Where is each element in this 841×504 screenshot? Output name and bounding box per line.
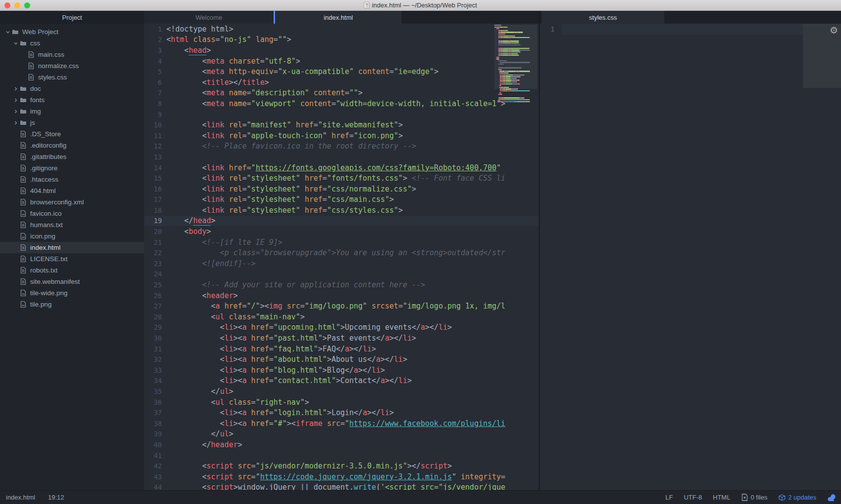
tree-view-sidebar[interactable]: Web Projectcssmain.cssnormalize.cssstyle… bbox=[0, 24, 144, 490]
chevron-right-icon[interactable] bbox=[12, 98, 20, 102]
tree-item--htaccess[interactable]: .htaccess bbox=[0, 174, 144, 185]
code-line-21[interactable]: 21 <!--[if lte IE 9]> bbox=[144, 237, 539, 248]
status-cursor-position[interactable]: 19:12 bbox=[48, 494, 64, 501]
code-line-35[interactable]: 35 </ul> bbox=[144, 386, 539, 397]
code-line-16[interactable]: 16 <link rel="stylesheet" href="css/norm… bbox=[144, 184, 539, 194]
tree-item-404-html[interactable]: 404.html bbox=[0, 185, 144, 196]
code-line-12[interactable]: 12 <!-- Place favicon.ico in the root di… bbox=[144, 141, 539, 152]
code-line-7[interactable]: 7 <meta name="description" content=""> bbox=[144, 88, 539, 99]
code-line-2[interactable]: 2<html class="no-js" lang=""> bbox=[144, 35, 539, 45]
code-line-44[interactable]: 44 <script>window.jQuery || document.wri… bbox=[144, 482, 539, 490]
line-number: 11 bbox=[144, 132, 162, 140]
code-line-14[interactable]: 14 <link href="https://fonts.googleapis.… bbox=[144, 162, 539, 173]
line-number: 16 bbox=[144, 185, 162, 193]
code-line-8[interactable]: 8 <meta name="viewport" content="width=d… bbox=[144, 98, 539, 109]
tree-item-tile-wide-png[interactable]: tile-wide.png bbox=[0, 287, 144, 299]
code-line-43[interactable]: 43 <script src="https://code.jquery.com/… bbox=[144, 471, 539, 482]
minimap-visible-region[interactable] bbox=[494, 25, 537, 89]
status-encoding[interactable]: UTF-8 bbox=[684, 494, 702, 501]
code-line-30[interactable]: 30 <li><a href="past.html">Past events</… bbox=[144, 333, 539, 344]
code-line-19[interactable]: 19 </head> bbox=[144, 216, 539, 227]
tree-item-tile-png[interactable]: tile.png bbox=[0, 299, 144, 310]
chevron-right-icon[interactable] bbox=[12, 121, 20, 125]
code-line-36[interactable]: 36 <ul class="right-nav"> bbox=[144, 397, 539, 408]
code-line-11[interactable]: 11 <link rel="apple-touch-icon" href="ic… bbox=[144, 130, 539, 141]
code-line-34[interactable]: 34 <li><a href="contact.html">Contact</a… bbox=[144, 376, 539, 387]
code-line-25[interactable]: 25 <!-- Add your site or application con… bbox=[144, 279, 539, 290]
tree-item-web-project[interactable]: Web Project bbox=[0, 26, 144, 38]
deprecation-cop-squirrel-icon[interactable] bbox=[827, 494, 836, 502]
status-line-ending[interactable]: LF bbox=[666, 494, 673, 501]
editor-index-html[interactable]: 1<!doctype html>2<html class="no-js" lan… bbox=[144, 24, 539, 490]
code-line-41[interactable]: 41 bbox=[144, 450, 539, 461]
code-line-40[interactable]: 40 </header> bbox=[144, 439, 539, 450]
minimize-window-button[interactable] bbox=[14, 2, 20, 8]
code-line-10[interactable]: 10 <link rel="manifest" href="site.webma… bbox=[144, 119, 539, 130]
tree-item-icon-png[interactable]: icon.png bbox=[0, 231, 144, 242]
editor-styles-css[interactable]: 1 ⚙ bbox=[540, 24, 841, 490]
tree-item-index-html[interactable]: index.html bbox=[0, 242, 144, 253]
code-line-39[interactable]: 39 </ul> bbox=[144, 429, 539, 440]
tree-item-fonts[interactable]: fonts bbox=[0, 94, 144, 106]
tree-item-main-css[interactable]: main.css bbox=[0, 49, 144, 60]
tree-item-site-webmanifest[interactable]: site.webmanifest bbox=[0, 276, 144, 287]
code-line-23[interactable]: 23 <![endif]--> bbox=[144, 258, 539, 269]
code-line-20[interactable]: 20 <body> bbox=[144, 226, 539, 237]
code-line-27[interactable]: 27 <a href="/"><img src="img/logo.png" s… bbox=[144, 301, 539, 311]
status-filename[interactable]: index.html bbox=[6, 494, 35, 501]
tree-item-normalize-css[interactable]: normalize.css bbox=[0, 60, 144, 72]
chevron-down-icon[interactable] bbox=[12, 41, 20, 45]
tree-item-img[interactable]: img bbox=[0, 106, 144, 117]
code-line-38[interactable]: 38 <li><a href="#"><iframe src="https://… bbox=[144, 418, 539, 429]
code-line-32[interactable]: 32 <li><a href="about.html">About us</a>… bbox=[144, 354, 539, 365]
code-line-15[interactable]: 15 <link rel="stylesheet" href="fonts/fo… bbox=[144, 173, 539, 184]
code-line-22[interactable]: 22 <p class="browserupgrade">You are usi… bbox=[144, 247, 539, 258]
code-line-1[interactable]: 1<!doctype html> bbox=[144, 24, 539, 35]
code-line-18[interactable]: 18 <link rel="stylesheet" href="css/styl… bbox=[144, 205, 539, 216]
code-line-31[interactable]: 31 <li><a href="faq.html">FAQ</a></li> bbox=[144, 344, 539, 354]
zoom-window-button[interactable] bbox=[24, 2, 30, 8]
code-line-26[interactable]: 26 <header> bbox=[144, 290, 539, 301]
tab-index-html[interactable]: index.html bbox=[275, 11, 401, 24]
code-line-6[interactable]: 6 <title></title> bbox=[144, 77, 539, 88]
chevron-down-icon[interactable] bbox=[4, 30, 12, 34]
tree-item--gitattributes[interactable]: .gitattributes bbox=[0, 151, 144, 162]
close-window-button[interactable] bbox=[4, 2, 10, 8]
image-file-icon bbox=[20, 301, 27, 308]
tree-item-humans-txt[interactable]: humans.txt bbox=[0, 219, 144, 231]
tree-item--gitignore[interactable]: .gitignore bbox=[0, 162, 144, 174]
right-pane-cursor-line[interactable] bbox=[561, 24, 803, 35]
code-line-24[interactable]: 24 bbox=[144, 269, 539, 280]
tab-welcome[interactable]: Welcome bbox=[144, 11, 274, 24]
tree-item--editorconfig[interactable]: .editorconfig bbox=[0, 140, 144, 151]
chevron-right-icon[interactable] bbox=[12, 110, 20, 114]
tree-item-js[interactable]: js bbox=[0, 117, 144, 128]
code-line-37[interactable]: 37 <li><a href="login.html">Login</a></l… bbox=[144, 407, 539, 418]
chevron-right-icon[interactable] bbox=[12, 87, 20, 91]
tree-item--ds-store[interactable]: .DS_Store bbox=[0, 128, 144, 140]
code-line-28[interactable]: 28 <ul class="main-nav"> bbox=[144, 311, 539, 322]
right-pane-minimap[interactable]: ⚙ bbox=[803, 24, 841, 88]
code-line-5[interactable]: 5 <meta http-equiv="x-ua-compatible" con… bbox=[144, 66, 539, 77]
status-git-files[interactable]: 0 files bbox=[741, 494, 767, 501]
tree-item-license-txt[interactable]: LICENSE.txt bbox=[0, 253, 144, 265]
code-line-42[interactable]: 42 <script src="js/vendor/modernizr-3.5.… bbox=[144, 461, 539, 471]
tree-item-favicon-ico[interactable]: favicon.ico bbox=[0, 208, 144, 219]
code-line-4[interactable]: 4 <meta charset="utf-8"> bbox=[144, 56, 539, 67]
tree-item-doc[interactable]: doc bbox=[0, 83, 144, 94]
code-line-33[interactable]: 33 <li><a href="blog.html">Blog</a></li> bbox=[144, 365, 539, 376]
status-grammar[interactable]: HTML bbox=[713, 494, 730, 501]
status-package-updates[interactable]: 2 updates bbox=[778, 494, 816, 501]
minimap[interactable] bbox=[494, 25, 537, 133]
code-line-17[interactable]: 17 <link rel="stylesheet" href="css/main… bbox=[144, 194, 539, 205]
code-line-3[interactable]: 3 <head> bbox=[144, 45, 539, 56]
code-line-29[interactable]: 29 <li><a href="upcoming.html">Upcoming … bbox=[144, 322, 539, 333]
tree-item-browserconfig-xml[interactable]: browserconfig.xml bbox=[0, 196, 144, 208]
code-line-9[interactable]: 9 bbox=[144, 109, 539, 120]
tree-item-robots-txt[interactable]: robots.txt bbox=[0, 265, 144, 276]
tree-item-styles-css[interactable]: styles.css bbox=[0, 72, 144, 83]
code-line-13[interactable]: 13 bbox=[144, 152, 539, 162]
tab-styles-css[interactable]: styles.css bbox=[542, 11, 664, 24]
tree-item-css[interactable]: css bbox=[0, 38, 144, 49]
gear-icon[interactable]: ⚙ bbox=[830, 25, 838, 36]
